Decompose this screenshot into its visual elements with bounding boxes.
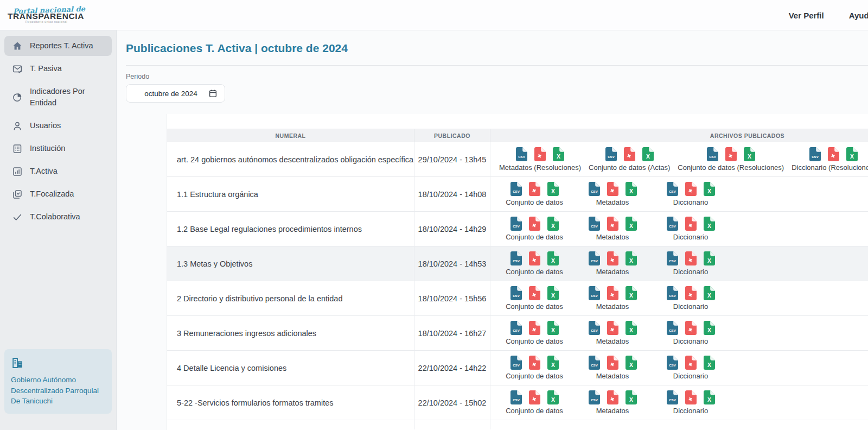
numeral-cell: 4 Detalle Licencia y comisiones bbox=[167, 351, 414, 385]
csv-file-icon[interactable]: CSV bbox=[589, 182, 600, 196]
pdf-file-icon[interactable] bbox=[685, 321, 697, 335]
file-group-label: Conjunto de datos bbox=[506, 337, 563, 345]
pdf-file-icon[interactable] bbox=[685, 390, 697, 404]
archivos-cell: CSVXConjunto de datosCSVXMetadatosCSVXDi… bbox=[490, 385, 868, 420]
csv-file-icon[interactable]: CSV bbox=[516, 147, 527, 161]
xls-file-icon[interactable]: X bbox=[704, 182, 715, 196]
xls-file-icon[interactable]: X bbox=[547, 182, 559, 196]
sidebar-item-indicadores-por-entidad[interactable]: Indicadores Por Entidad bbox=[4, 81, 112, 113]
csv-file-icon[interactable]: CSV bbox=[510, 286, 522, 300]
xls-file-icon[interactable]: X bbox=[553, 147, 564, 161]
xls-file-icon[interactable]: X bbox=[704, 251, 715, 265]
xls-file-icon[interactable]: X bbox=[547, 390, 559, 404]
sidebar-item-reportes-t-activa[interactable]: Reportes T. Activa bbox=[4, 36, 112, 56]
csv-file-icon[interactable]: CSV bbox=[809, 147, 821, 161]
pdf-file-icon[interactable] bbox=[607, 390, 618, 404]
xls-file-icon[interactable]: X bbox=[846, 147, 858, 161]
pdf-file-icon[interactable] bbox=[529, 390, 540, 404]
file-group-label: Metadatos (Resoluciones) bbox=[499, 163, 581, 172]
building-grid-icon bbox=[12, 143, 23, 154]
xls-file-icon[interactable]: X bbox=[704, 321, 715, 335]
pdf-file-icon[interactable] bbox=[685, 356, 697, 370]
pdf-file-icon[interactable] bbox=[529, 182, 540, 196]
pdf-file-icon[interactable] bbox=[529, 356, 540, 370]
pdf-file-icon[interactable] bbox=[529, 321, 540, 335]
calendar-icon[interactable] bbox=[208, 88, 218, 98]
xls-file-icon[interactable]: X bbox=[547, 321, 559, 335]
xls-file-icon[interactable]: X bbox=[547, 217, 559, 231]
pdf-file-icon[interactable] bbox=[725, 147, 737, 161]
csv-file-icon[interactable]: CSV bbox=[589, 390, 600, 404]
csv-file-icon[interactable]: CSV bbox=[589, 356, 600, 370]
period-input[interactable]: octubre de 2024 bbox=[126, 84, 225, 103]
pdf-file-icon[interactable] bbox=[685, 251, 697, 265]
file-icons: CSVX bbox=[667, 286, 715, 300]
pdf-file-icon[interactable] bbox=[529, 217, 540, 231]
csv-file-icon[interactable]: CSV bbox=[667, 390, 678, 404]
pdf-file-icon[interactable] bbox=[624, 147, 635, 161]
csv-file-icon[interactable]: CSV bbox=[589, 217, 600, 231]
csv-file-icon[interactable]: CSV bbox=[667, 182, 678, 196]
pdf-file-icon[interactable] bbox=[529, 286, 540, 300]
toplink-ver-perfil[interactable]: Ver Perfil bbox=[789, 11, 824, 20]
pdf-file-icon[interactable] bbox=[607, 217, 618, 231]
svg-text:X: X bbox=[850, 153, 854, 160]
pdf-file-icon[interactable] bbox=[607, 251, 618, 265]
xls-file-icon[interactable]: X bbox=[626, 356, 637, 370]
csv-file-icon[interactable]: CSV bbox=[707, 147, 718, 161]
sidebar-item-t-focalizada[interactable]: T.Focalizada bbox=[4, 184, 112, 204]
xls-file-icon[interactable]: X bbox=[626, 251, 637, 265]
file-icons: CSVX bbox=[510, 286, 559, 300]
pdf-file-icon[interactable] bbox=[685, 182, 697, 196]
xls-file-icon[interactable]: X bbox=[642, 147, 654, 161]
csv-file-icon[interactable]: CSV bbox=[589, 321, 600, 335]
pdf-file-icon[interactable] bbox=[607, 321, 618, 335]
pdf-file-icon[interactable] bbox=[607, 356, 618, 370]
xls-file-icon[interactable]: X bbox=[626, 217, 637, 231]
xls-file-icon[interactable]: X bbox=[547, 251, 559, 265]
xls-file-icon[interactable]: X bbox=[626, 390, 637, 404]
csv-file-icon[interactable]: CSV bbox=[605, 147, 617, 161]
xls-file-icon[interactable]: X bbox=[626, 321, 637, 335]
csv-file-icon[interactable]: CSV bbox=[667, 356, 678, 370]
csv-file-icon[interactable]: CSV bbox=[589, 286, 600, 300]
sidebar-item-t-activa[interactable]: T.Activa bbox=[4, 161, 112, 181]
csv-file-icon[interactable]: CSV bbox=[510, 217, 522, 231]
xls-file-icon[interactable]: X bbox=[704, 217, 715, 231]
column-header-numeral: NUMERAL bbox=[167, 129, 414, 142]
xls-file-icon[interactable]: X bbox=[704, 390, 715, 404]
pdf-file-icon[interactable] bbox=[828, 147, 839, 161]
table-row: 1.3 Metas y Objetivos18/10/2024 - 14h53C… bbox=[167, 246, 868, 281]
csv-file-icon[interactable]: CSV bbox=[510, 321, 522, 335]
pdf-file-icon[interactable] bbox=[685, 286, 697, 300]
table-row: 2 Directorio y distributivo personal de … bbox=[167, 281, 868, 316]
csv-file-icon[interactable]: CSV bbox=[589, 251, 600, 265]
csv-file-icon[interactable]: CSV bbox=[667, 217, 678, 231]
pdf-file-icon[interactable] bbox=[685, 217, 697, 231]
csv-file-icon[interactable]: CSV bbox=[510, 356, 522, 370]
pdf-file-icon[interactable] bbox=[534, 147, 546, 161]
csv-file-icon[interactable]: CSV bbox=[667, 321, 678, 335]
sidebar-item-usuarios[interactable]: Usuarios bbox=[4, 116, 112, 136]
csv-file-icon[interactable]: CSV bbox=[510, 390, 522, 404]
sidebar-item-instituci-n[interactable]: Institución bbox=[4, 138, 112, 159]
csv-file-icon[interactable]: CSV bbox=[510, 182, 522, 196]
csv-file-icon[interactable]: CSV bbox=[667, 286, 678, 300]
sidebar-item-t-pasiva[interactable]: T. Pasiva bbox=[4, 59, 112, 79]
xls-file-icon[interactable]: X bbox=[704, 286, 715, 300]
csv-file-icon[interactable]: CSV bbox=[667, 251, 678, 265]
file-group: CSVXMetadatos bbox=[577, 217, 648, 241]
xls-file-icon[interactable]: X bbox=[704, 356, 715, 370]
pdf-file-icon[interactable] bbox=[607, 286, 618, 300]
pdf-file-icon[interactable] bbox=[607, 182, 618, 196]
xls-file-icon[interactable]: X bbox=[547, 356, 559, 370]
svg-text:X: X bbox=[551, 292, 554, 299]
pdf-file-icon[interactable] bbox=[529, 251, 540, 265]
xls-file-icon[interactable]: X bbox=[626, 286, 637, 300]
xls-file-icon[interactable]: X bbox=[744, 147, 755, 161]
sidebar-item-t-colaborativa[interactable]: T.Colaborativa bbox=[4, 207, 112, 227]
xls-file-icon[interactable]: X bbox=[547, 286, 559, 300]
xls-file-icon[interactable]: X bbox=[626, 182, 637, 196]
toplink-ayuda[interactable]: Ayuda bbox=[849, 11, 868, 20]
csv-file-icon[interactable]: CSV bbox=[510, 251, 522, 265]
